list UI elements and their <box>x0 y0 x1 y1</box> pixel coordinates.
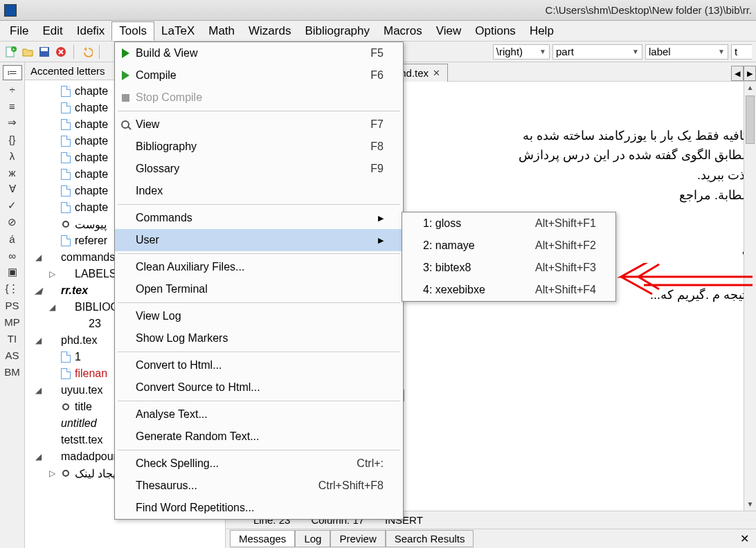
stop-g-icon <box>119 91 132 104</box>
menu-item[interactable]: Open Terminal <box>115 278 403 300</box>
combo-label[interactable]: label▼ <box>645 44 728 60</box>
symbol-button[interactable]: ▣ <box>3 264 22 280</box>
menu-item-label: Build & View <box>136 47 198 60</box>
symbol-button[interactable]: ≔ <box>3 65 22 80</box>
scrollbar-vertical[interactable]: ▲ ▼ <box>744 82 756 511</box>
scrollbar-thumb[interactable] <box>746 95 755 144</box>
symbol-button[interactable]: ∞ <box>3 248 22 263</box>
submenu-item[interactable]: 2: namayeAlt+Shift+F2 <box>402 235 615 257</box>
menu-item-label: Bibliography <box>136 140 197 153</box>
menu-item[interactable]: Commands▶ <box>115 207 403 229</box>
bottom-tab[interactable]: Preview <box>330 530 385 547</box>
submenu-arrow-icon: ▶ <box>350 214 384 223</box>
submenu-item[interactable]: 1: glossAlt+Shift+F1 <box>402 212 615 235</box>
symbol-button[interactable]: ∀ <box>3 181 22 197</box>
menu-latex[interactable]: LaTeX <box>154 22 201 40</box>
chevron-down-icon: ▼ <box>632 48 639 55</box>
menu-item-label: Thesaurus... <box>136 480 197 492</box>
symbol-button[interactable]: ✓ <box>3 198 22 213</box>
menu-item[interactable]: Analyse Text... <box>115 403 403 426</box>
tree-label: title <box>75 401 92 413</box>
close-tab-icon[interactable]: ✕ <box>433 68 440 78</box>
menu-item[interactable]: Thesaurus...Ctrl+Shift+F8 <box>115 475 403 497</box>
new-file-icon[interactable]: + <box>4 45 18 59</box>
none-icon <box>46 334 58 347</box>
symbol-button[interactable]: {} <box>3 131 22 147</box>
symbol-button[interactable]: λ <box>3 148 22 163</box>
file-icon <box>60 152 72 164</box>
menu-math[interactable]: Math <box>201 22 242 40</box>
symbol-button[interactable]: ж <box>3 165 22 180</box>
menu-tools[interactable]: Tools <box>111 21 154 41</box>
symbol-button[interactable]: AS <box>3 347 22 363</box>
undo-icon[interactable] <box>80 45 93 59</box>
menu-shortcut: F6 <box>343 69 384 82</box>
bull-icon <box>60 401 72 413</box>
submenu-arrow-icon: ▶ <box>350 236 384 245</box>
combo-part[interactable]: part▼ <box>552 44 642 60</box>
menu-file[interactable]: File <box>3 22 35 40</box>
menu-item[interactable]: BibliographyF8 <box>115 136 403 158</box>
scroll-up-icon[interactable]: ▲ <box>744 82 756 94</box>
symbol-button[interactable]: MP <box>3 314 22 329</box>
symbol-button[interactable]: ⊘ <box>3 214 22 230</box>
save-icon[interactable] <box>37 45 51 59</box>
submenu-item[interactable]: 4: xexebibxeAlt+Shift+F4 <box>402 279 615 301</box>
menu-idefix[interactable]: Idefix <box>70 22 112 40</box>
menu-options[interactable]: Options <box>468 22 523 40</box>
close-icon[interactable] <box>54 45 68 59</box>
menu-item[interactable]: Clean Auxiliary Files... <box>115 256 403 278</box>
submenu-label: 4: xexebibxe <box>423 284 485 296</box>
file-icon <box>60 118 72 131</box>
close-panel-icon[interactable]: ✕ <box>740 532 749 545</box>
menu-item[interactable]: Index <box>115 180 403 202</box>
menu-bibliography[interactable]: Bibliography <box>298 22 377 40</box>
menu-shortcut: Ctrl+: <box>329 457 384 470</box>
menu-item[interactable]: Convert Source to Html... <box>115 376 403 399</box>
menu-item[interactable]: ViewF7 <box>115 113 403 136</box>
menu-view[interactable]: View <box>429 22 469 40</box>
symbol-button[interactable]: PS <box>3 298 22 313</box>
menu-item-label: Check Spelling... <box>136 457 219 470</box>
symbol-button[interactable]: ≡ <box>3 98 22 113</box>
combo-right[interactable]: \right)▼ <box>493 44 550 60</box>
menu-item[interactable]: CompileF6 <box>115 64 403 86</box>
menu-bar: FileEditIdefixToolsLaTeXMathWizardsBibli… <box>0 21 756 42</box>
chevron-down-icon: ▼ <box>539 48 546 55</box>
menu-item[interactable]: GlossaryF9 <box>115 158 403 180</box>
symbol-button[interactable]: {⋮ <box>3 281 22 296</box>
tools-menu[interactable]: Build & ViewF5CompileF6Stop CompileViewF… <box>114 42 404 520</box>
tab-nav-icon[interactable]: ▶ <box>744 66 756 81</box>
menu-item-label: Glossary <box>136 163 179 175</box>
bottom-tab[interactable]: Log <box>295 530 330 547</box>
submenu-item[interactable]: 3: bibtex8Alt+Shift+F3 <box>402 257 615 279</box>
tab-nav-icon[interactable]: ◀ <box>731 66 744 81</box>
menu-wizards[interactable]: Wizards <box>242 22 298 40</box>
combo-t[interactable]: t <box>731 44 752 60</box>
play-g-icon <box>119 47 132 60</box>
menu-item[interactable]: Show Log Markers <box>115 327 403 349</box>
menu-macros[interactable]: Macros <box>377 22 429 40</box>
symbol-button[interactable]: á <box>3 231 22 246</box>
menu-item[interactable]: User▶ <box>115 229 403 251</box>
menu-item[interactable]: Generate Random Text... <box>115 426 403 448</box>
menu-item-label: Convert to Html... <box>136 359 222 372</box>
symbol-button[interactable]: TI <box>3 331 22 346</box>
symbol-button[interactable]: ⇒ <box>3 115 22 130</box>
symbol-button[interactable]: ÷ <box>3 82 22 97</box>
bottom-tab[interactable]: Messages <box>230 530 295 547</box>
file-icon <box>60 85 72 98</box>
symbol-button[interactable]: BM <box>3 364 22 379</box>
tree-label: chapte <box>75 201 108 214</box>
bottom-tab[interactable]: Search Results <box>386 530 474 547</box>
user-submenu[interactable]: 1: glossAlt+Shift+F12: namayeAlt+Shift+F… <box>402 212 616 302</box>
menu-item[interactable]: Find Word Repetitions... <box>115 497 403 519</box>
menu-item[interactable]: Build & ViewF5 <box>115 42 403 64</box>
scroll-down-icon[interactable]: ▼ <box>744 498 756 511</box>
open-file-icon[interactable] <box>21 45 35 59</box>
menu-item[interactable]: Convert to Html... <box>115 354 403 376</box>
menu-edit[interactable]: Edit <box>35 22 69 40</box>
menu-help[interactable]: Help <box>523 22 561 40</box>
menu-item[interactable]: Check Spelling...Ctrl+: <box>115 453 403 475</box>
menu-item[interactable]: View Log <box>115 305 403 327</box>
